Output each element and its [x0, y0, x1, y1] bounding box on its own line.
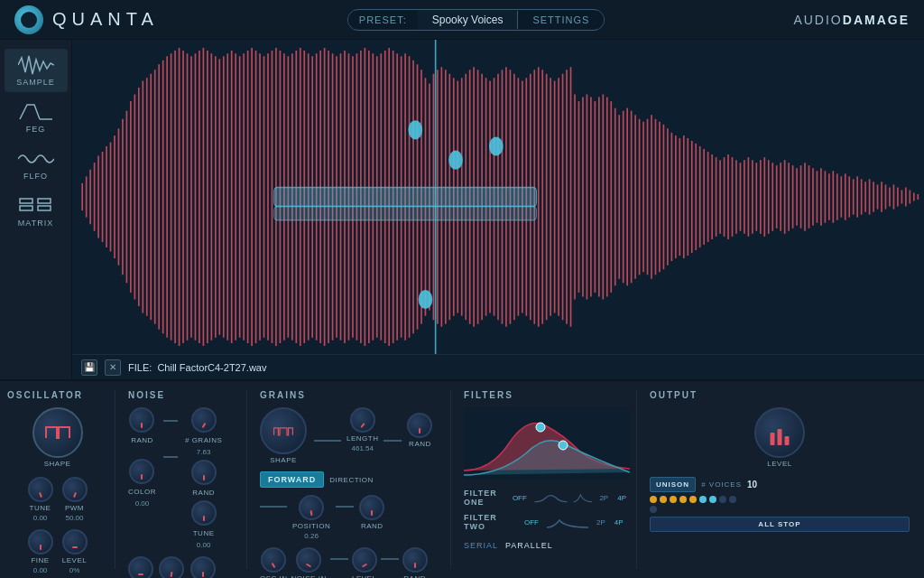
- left-nav: SAMPLE FEG FLFO: [0, 40, 72, 379]
- osc-shape-knob-container: SHAPE: [32, 407, 83, 468]
- noise-rand2-knob[interactable]: [191, 460, 217, 485]
- waveform-controls: 💾 ✕ FILE: Chill FactorC4-2T27.wav: [72, 354, 924, 379]
- filter-one-curve2: [572, 490, 593, 505]
- filter-two-row: FILTER TWO OFF 2P 4P: [464, 513, 629, 531]
- noise-rand1-knob[interactable]: [129, 407, 154, 433]
- grains-rand1-knob[interactable]: [407, 413, 432, 438]
- app-container: QUANTA PRESET: Spooky Voices SETTINGS AU…: [0, 0, 924, 578]
- grains-rand1-label: RAND: [409, 440, 431, 448]
- noise-rand1-label: RAND: [131, 436, 153, 444]
- osc-level-value: 0%: [69, 566, 80, 574]
- grains-position-container: POSITION 0.26: [292, 495, 330, 540]
- osc-shape-label: SHAPE: [44, 460, 71, 468]
- filter-two-off[interactable]: OFF: [522, 517, 541, 527]
- save-icon[interactable]: 💾: [81, 359, 97, 376]
- unison-row: UNISON # VOICES 10: [650, 477, 910, 492]
- filter-two-curve: [545, 515, 590, 529]
- grains-oscin-knob[interactable]: [261, 547, 286, 573]
- filter-one-4p[interactable]: 4P: [614, 493, 629, 503]
- nav-sample-label: SAMPLE: [16, 78, 55, 87]
- preset-label: PRESET:: [348, 11, 418, 29]
- osc-level-knob[interactable]: [62, 529, 88, 555]
- voice-dots: [650, 496, 740, 513]
- grains-level-knob[interactable]: [352, 547, 377, 573]
- grains-length-value: 461.54: [351, 444, 373, 452]
- filter-two-2p[interactable]: 2P: [594, 517, 608, 527]
- osc-fine-label: FINE: [31, 556, 49, 564]
- preset-area[interactable]: PRESET: Spooky Voices SETTINGS: [347, 9, 605, 31]
- noise-tune-value: 0.00: [197, 541, 211, 549]
- logo-text: QUANTA: [52, 9, 159, 30]
- voice-dot-9: [729, 496, 736, 503]
- noise-tune-knob[interactable]: [191, 500, 217, 526]
- nav-sample[interactable]: SAMPLE: [5, 49, 68, 92]
- grains-rand2-container: RAND: [359, 495, 384, 530]
- noise-color-knob[interactable]: [129, 459, 154, 484]
- unison-button[interactable]: UNISON: [650, 477, 696, 492]
- noise-grains-value: 7.63: [197, 448, 211, 456]
- close-icon[interactable]: ✕: [105, 359, 121, 376]
- osc-level-container: LEVEL 0%: [62, 529, 88, 574]
- filter-one-2p[interactable]: 2P: [596, 493, 611, 503]
- grains-position-knob[interactable]: [299, 495, 324, 520]
- waveform-canvas[interactable]: [72, 40, 924, 354]
- filter-one-label: FILTER ONE: [464, 489, 506, 507]
- nav-matrix[interactable]: MATRIX: [5, 190, 68, 233]
- all-stop-button[interactable]: ALL STOP: [650, 517, 910, 532]
- noise-rand2-label: RAND: [192, 489, 215, 497]
- filter-display: [464, 407, 630, 480]
- nav-flfo[interactable]: FLFO: [5, 143, 68, 186]
- voice-dot-7: [709, 496, 716, 503]
- brand-text: AUDIODAMAGE: [793, 13, 910, 27]
- voice-dot-2: [660, 496, 667, 503]
- noise-width-knob[interactable]: [159, 556, 184, 578]
- settings-button[interactable]: SETTINGS: [517, 11, 604, 29]
- grains-length-knob[interactable]: [350, 407, 375, 433]
- output-level-knob[interactable]: [754, 407, 805, 458]
- output-level-label: LEVEL: [767, 460, 791, 468]
- parallel-button[interactable]: PARALLEL: [505, 541, 553, 550]
- filter-two-4p[interactable]: 4P: [612, 517, 626, 527]
- output-level-container: LEVEL: [754, 407, 805, 468]
- square-wave-icon: [44, 424, 71, 442]
- grains-shape-knob[interactable]: [260, 407, 307, 454]
- grains-position-value: 0.26: [304, 532, 319, 540]
- grains-shape-label: SHAPE: [270, 456, 297, 464]
- noise-title: NOISE: [128, 390, 239, 400]
- filters-title: FILTERS: [464, 390, 629, 400]
- noise-fine-knob[interactable]: [190, 556, 216, 578]
- noise-level-knob[interactable]: [128, 556, 153, 578]
- osc-fine-knob[interactable]: [28, 529, 53, 555]
- filter-one-off[interactable]: OFF: [510, 493, 530, 503]
- osc-shape-knob[interactable]: [32, 407, 83, 458]
- svg-rect-214: [274, 207, 537, 220]
- main-area: SAMPLE FEG FLFO: [0, 40, 924, 379]
- preset-name[interactable]: Spooky Voices: [418, 10, 518, 30]
- direction-button[interactable]: FORWARD: [260, 471, 324, 488]
- osc-pwm-knob[interactable]: [62, 477, 88, 502]
- osc-tune-knob[interactable]: [28, 477, 53, 502]
- grains-rand2-label: RAND: [361, 522, 383, 530]
- file-label: FILE:: [128, 362, 152, 373]
- svg-point-215: [408, 120, 422, 139]
- logo-area: QUANTA: [14, 5, 159, 34]
- grains-noisein-knob[interactable]: [296, 547, 321, 573]
- osc-tune-container: TUNE 0.00: [28, 477, 53, 522]
- grains-rand2-knob[interactable]: [359, 495, 384, 520]
- flfo-icon: [18, 148, 54, 170]
- grains-title: GRAINS: [260, 390, 443, 400]
- grains-rand3-container: RAND: [402, 547, 428, 578]
- grains-rand3-knob[interactable]: [402, 547, 428, 573]
- grains-level-container: LEVEL 100%: [352, 547, 377, 578]
- svg-rect-2: [38, 199, 51, 203]
- oscillator-title: OSCILLATOR: [7, 390, 107, 400]
- noise-grains-knob[interactable]: [191, 407, 217, 433]
- serial-button[interactable]: SERIAL: [464, 541, 498, 550]
- noise-section: NOISE RAND COLOR 0.00: [121, 390, 247, 569]
- osc-pwm-label: PWM: [65, 504, 84, 512]
- voice-dot-6: [699, 496, 707, 503]
- grains-rand1-container: RAND: [407, 413, 432, 448]
- svg-rect-3: [38, 206, 51, 210]
- nav-feg[interactable]: FEG: [5, 96, 68, 139]
- svg-point-221: [536, 423, 545, 432]
